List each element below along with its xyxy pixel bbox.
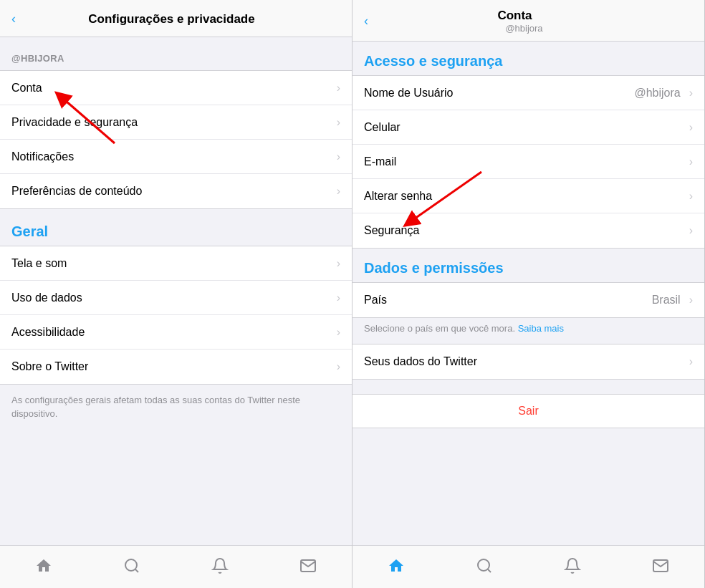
conta-chevron: › xyxy=(337,82,340,95)
country-subtitle-text: Selecione o país em que você mora. xyxy=(364,323,515,334)
alterar-senha-label: Alterar senha xyxy=(364,190,689,203)
right-tab-messages[interactable] xyxy=(638,554,684,577)
account-list-group: Conta › Privacidade e segurança › Notifi… xyxy=(0,70,352,209)
sobre-twitter-chevron: › xyxy=(337,360,340,373)
right-scroll: Acesso e segurança Nome de Usuário @hbij… xyxy=(352,42,704,545)
list-item-uso-dados[interactable]: Uso de dados › xyxy=(0,281,352,315)
celular-right: › xyxy=(679,121,693,134)
nome-usuario-right: @hbijora › xyxy=(634,87,693,100)
nome-usuario-label: Nome de Usuário xyxy=(364,87,634,100)
pais-label: País xyxy=(364,294,652,307)
privacidade-label: Privacidade e segurança xyxy=(11,116,337,129)
list-item-notificacoes[interactable]: Notificações › xyxy=(0,140,352,174)
tela-chevron: › xyxy=(337,257,340,270)
nome-usuario-chevron: › xyxy=(689,87,693,100)
acessibilidade-label: Acessibilidade xyxy=(11,326,337,339)
right-tab-home[interactable] xyxy=(373,554,419,577)
list-item-tela[interactable]: Tela e som › xyxy=(0,246,352,281)
sair-spacer xyxy=(352,380,704,394)
seguranca-chevron: › xyxy=(689,224,693,237)
list-item-preferencias[interactable]: Preferências de conteúdo › xyxy=(0,174,352,208)
email-chevron: › xyxy=(689,155,693,168)
alterar-senha-chevron: › xyxy=(689,190,693,203)
list-item-sobre-twitter[interactable]: Sobre o Twitter › xyxy=(0,350,352,384)
left-tab-bar xyxy=(0,545,352,588)
seus-dados-chevron: › xyxy=(689,355,693,368)
dados-section-label: Dados e permissões xyxy=(364,260,504,276)
footer-note: As configurações gerais afetam todas as … xyxy=(0,385,352,429)
email-right: › xyxy=(679,155,693,168)
right-tab-search[interactable] xyxy=(461,554,507,577)
pais-chevron: › xyxy=(689,294,693,307)
list-item-conta[interactable]: Conta › xyxy=(0,71,352,105)
pais-value: Brasil xyxy=(652,294,681,307)
left-header: ‹ Configurações e privacidade xyxy=(0,0,352,37)
sobre-twitter-label: Sobre o Twitter xyxy=(11,360,337,373)
right-header-center: Conta @hbijora xyxy=(374,9,674,34)
dados-list-group: País Brasil › xyxy=(352,282,704,318)
notificacoes-label: Notificações xyxy=(11,150,337,163)
svg-line-3 xyxy=(135,569,138,572)
right-tab-notifications[interactable] xyxy=(550,554,595,577)
right-header: ‹ Conta @hbijora xyxy=(352,0,704,42)
privacidade-chevron: › xyxy=(337,116,340,129)
pais-right: Brasil › xyxy=(652,294,693,307)
uso-dados-label: Uso de dados xyxy=(11,291,337,304)
uso-dados-chevron: › xyxy=(337,291,340,304)
right-back-button[interactable]: ‹ xyxy=(364,14,368,29)
seus-dados-label: Seus dados do Twitter xyxy=(364,355,689,368)
conta-label: Conta xyxy=(11,82,337,95)
account-section-header: @hbijora xyxy=(0,37,352,70)
right-tab-bar xyxy=(352,545,704,588)
seguranca-label: Segurança xyxy=(364,224,689,237)
account-name-label: @hbijora xyxy=(11,53,64,64)
preferencias-label: Preferências de conteúdo xyxy=(11,185,337,198)
celular-label: Celular xyxy=(364,121,679,134)
tela-label: Tela e som xyxy=(11,257,337,270)
country-subtitle-area: Selecione o país em que você mora. Saiba… xyxy=(352,318,704,344)
list-item-nome-usuario[interactable]: Nome de Usuário @hbijora › xyxy=(352,76,704,110)
nome-usuario-value: @hbijora xyxy=(634,87,680,100)
email-label: E-mail xyxy=(364,155,679,168)
notificacoes-chevron: › xyxy=(337,150,340,163)
saiba-mais-link[interactable]: Saiba mais xyxy=(518,323,564,334)
svg-line-7 xyxy=(488,569,491,572)
geral-label: Geral xyxy=(11,223,48,239)
sair-button[interactable]: Sair xyxy=(352,394,704,428)
seus-dados-group: Seus dados do Twitter › xyxy=(352,344,704,380)
left-back-button[interactable]: ‹ xyxy=(11,11,16,26)
geral-list-group: Tela e som › Uso de dados › Acessibilida… xyxy=(0,246,352,385)
left-tab-messages[interactable] xyxy=(285,554,331,577)
right-header-title: Conta xyxy=(374,9,656,23)
left-tab-notifications[interactable] xyxy=(197,554,243,577)
acesso-section-label: Acesso e segurança xyxy=(364,53,502,69)
acessibilidade-chevron: › xyxy=(337,326,340,339)
dados-section-header: Dados e permissões xyxy=(352,249,704,282)
footer-note-text: As configurações gerais afetam todas as … xyxy=(11,395,300,419)
list-item-privacidade[interactable]: Privacidade e segurança › xyxy=(0,105,352,140)
list-item-email[interactable]: E-mail › xyxy=(352,145,704,179)
geral-section-header: Geral xyxy=(0,209,352,246)
list-item-pais[interactable]: País Brasil › xyxy=(352,283,704,317)
celular-chevron: › xyxy=(689,121,693,134)
acesso-section-header: Acesso e segurança xyxy=(352,42,704,75)
left-tab-search[interactable] xyxy=(109,554,155,577)
left-header-title: Configurações e privacidade xyxy=(21,12,322,26)
left-tab-home[interactable] xyxy=(21,554,67,577)
preferencias-chevron: › xyxy=(337,185,340,198)
left-scroll: @hbijora Conta › Privacidade e segurança… xyxy=(0,37,352,545)
list-item-alterar-senha[interactable]: Alterar senha › xyxy=(352,179,704,213)
acesso-list-group: Nome de Usuário @hbijora › Celular › E-m… xyxy=(352,75,704,249)
list-item-acessibilidade[interactable]: Acessibilidade › xyxy=(0,315,352,350)
sair-label: Sair xyxy=(518,405,538,418)
list-item-celular[interactable]: Celular › xyxy=(352,110,704,145)
list-item-seguranca[interactable]: Segurança › xyxy=(352,213,704,248)
right-header-subtitle: @hbijora xyxy=(374,23,674,34)
right-panel: ‹ Conta @hbijora Acesso e segurança Nome… xyxy=(352,0,705,588)
svg-point-6 xyxy=(478,559,489,571)
svg-point-2 xyxy=(125,559,137,571)
list-item-seus-dados[interactable]: Seus dados do Twitter › xyxy=(352,344,704,379)
